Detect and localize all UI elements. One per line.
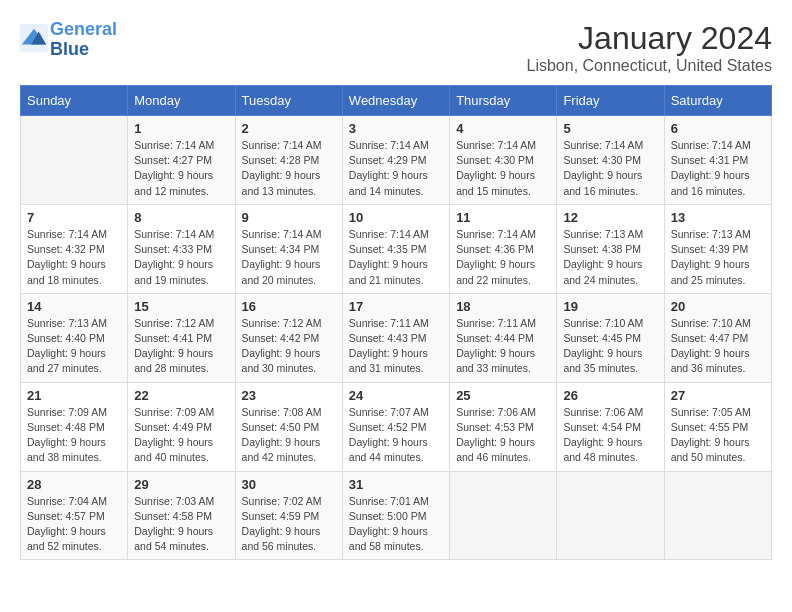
daylight-label: Daylight: 9 hours: [27, 258, 106, 270]
day-number: 23: [242, 388, 336, 403]
day-number: 15: [134, 299, 228, 314]
day-number: 30: [242, 477, 336, 492]
day-info: Sunrise: 7:14 AM Sunset: 4:35 PM Dayligh…: [349, 227, 443, 288]
sunrise-label: Sunrise: 7:12 AM: [242, 317, 322, 329]
daylight-label: Daylight: 9 hours: [134, 436, 213, 448]
day-info: Sunrise: 7:13 AM Sunset: 4:40 PM Dayligh…: [27, 316, 121, 377]
day-info: Sunrise: 7:07 AM Sunset: 4:52 PM Dayligh…: [349, 405, 443, 466]
day-info: Sunrise: 7:14 AM Sunset: 4:34 PM Dayligh…: [242, 227, 336, 288]
calendar-cell: 19 Sunrise: 7:10 AM Sunset: 4:45 PM Dayl…: [557, 293, 664, 382]
day-info: Sunrise: 7:14 AM Sunset: 4:27 PM Dayligh…: [134, 138, 228, 199]
day-info: Sunrise: 7:14 AM Sunset: 4:28 PM Dayligh…: [242, 138, 336, 199]
calendar-cell: 1 Sunrise: 7:14 AM Sunset: 4:27 PM Dayli…: [128, 116, 235, 205]
sunrise-label: Sunrise: 7:10 AM: [671, 317, 751, 329]
calendar-cell: 8 Sunrise: 7:14 AM Sunset: 4:33 PM Dayli…: [128, 204, 235, 293]
day-info: Sunrise: 7:14 AM Sunset: 4:36 PM Dayligh…: [456, 227, 550, 288]
sunset-label: Sunset: 4:27 PM: [134, 154, 212, 166]
calendar-cell: 14 Sunrise: 7:13 AM Sunset: 4:40 PM Dayl…: [21, 293, 128, 382]
sunrise-label: Sunrise: 7:14 AM: [134, 139, 214, 151]
sunset-label: Sunset: 4:32 PM: [27, 243, 105, 255]
daylight-minutes: and 16 minutes.: [563, 185, 638, 197]
sunrise-label: Sunrise: 7:11 AM: [456, 317, 536, 329]
calendar-cell: 26 Sunrise: 7:06 AM Sunset: 4:54 PM Dayl…: [557, 382, 664, 471]
calendar-cell: 17 Sunrise: 7:11 AM Sunset: 4:43 PM Dayl…: [342, 293, 449, 382]
calendar-cell: 7 Sunrise: 7:14 AM Sunset: 4:32 PM Dayli…: [21, 204, 128, 293]
daylight-label: Daylight: 9 hours: [27, 436, 106, 448]
daylight-minutes: and 42 minutes.: [242, 451, 317, 463]
week-row-5: 28 Sunrise: 7:04 AM Sunset: 4:57 PM Dayl…: [21, 471, 772, 560]
daylight-minutes: and 48 minutes.: [563, 451, 638, 463]
calendar-cell: [450, 471, 557, 560]
sunset-label: Sunset: 4:35 PM: [349, 243, 427, 255]
daylight-minutes: and 24 minutes.: [563, 274, 638, 286]
day-info: Sunrise: 7:14 AM Sunset: 4:33 PM Dayligh…: [134, 227, 228, 288]
calendar-cell: 27 Sunrise: 7:05 AM Sunset: 4:55 PM Dayl…: [664, 382, 771, 471]
day-number: 12: [563, 210, 657, 225]
day-info: Sunrise: 7:06 AM Sunset: 4:53 PM Dayligh…: [456, 405, 550, 466]
daylight-minutes: and 58 minutes.: [349, 540, 424, 552]
calendar-cell: 28 Sunrise: 7:04 AM Sunset: 4:57 PM Dayl…: [21, 471, 128, 560]
daylight-label: Daylight: 9 hours: [671, 347, 750, 359]
daylight-minutes: and 46 minutes.: [456, 451, 531, 463]
daylight-label: Daylight: 9 hours: [134, 347, 213, 359]
daylight-minutes: and 14 minutes.: [349, 185, 424, 197]
day-number: 26: [563, 388, 657, 403]
sunrise-label: Sunrise: 7:14 AM: [671, 139, 751, 151]
daylight-label: Daylight: 9 hours: [671, 436, 750, 448]
day-info: Sunrise: 7:03 AM Sunset: 4:58 PM Dayligh…: [134, 494, 228, 555]
sunrise-label: Sunrise: 7:13 AM: [563, 228, 643, 240]
calendar-cell: 6 Sunrise: 7:14 AM Sunset: 4:31 PM Dayli…: [664, 116, 771, 205]
day-info: Sunrise: 7:08 AM Sunset: 4:50 PM Dayligh…: [242, 405, 336, 466]
day-number: 28: [27, 477, 121, 492]
sunrise-label: Sunrise: 7:14 AM: [456, 139, 536, 151]
sunset-label: Sunset: 5:00 PM: [349, 510, 427, 522]
calendar-cell: 15 Sunrise: 7:12 AM Sunset: 4:41 PM Dayl…: [128, 293, 235, 382]
sunset-label: Sunset: 4:44 PM: [456, 332, 534, 344]
daylight-label: Daylight: 9 hours: [563, 436, 642, 448]
daylight-minutes: and 54 minutes.: [134, 540, 209, 552]
day-number: 11: [456, 210, 550, 225]
sunrise-label: Sunrise: 7:06 AM: [563, 406, 643, 418]
daylight-label: Daylight: 9 hours: [563, 258, 642, 270]
day-number: 22: [134, 388, 228, 403]
calendar-cell: 30 Sunrise: 7:02 AM Sunset: 4:59 PM Dayl…: [235, 471, 342, 560]
logo-icon: [20, 24, 48, 52]
sunrise-label: Sunrise: 7:14 AM: [242, 228, 322, 240]
daylight-label: Daylight: 9 hours: [349, 525, 428, 537]
sunrise-label: Sunrise: 7:13 AM: [27, 317, 107, 329]
daylight-label: Daylight: 9 hours: [27, 525, 106, 537]
sunrise-label: Sunrise: 7:07 AM: [349, 406, 429, 418]
daylight-label: Daylight: 9 hours: [134, 525, 213, 537]
sunrise-label: Sunrise: 7:12 AM: [134, 317, 214, 329]
day-info: Sunrise: 7:11 AM Sunset: 4:43 PM Dayligh…: [349, 316, 443, 377]
day-header-monday: Monday: [128, 86, 235, 116]
daylight-minutes: and 25 minutes.: [671, 274, 746, 286]
day-number: 9: [242, 210, 336, 225]
sunset-label: Sunset: 4:52 PM: [349, 421, 427, 433]
daylight-label: Daylight: 9 hours: [349, 258, 428, 270]
day-info: Sunrise: 7:09 AM Sunset: 4:49 PM Dayligh…: [134, 405, 228, 466]
day-info: Sunrise: 7:11 AM Sunset: 4:44 PM Dayligh…: [456, 316, 550, 377]
sunset-label: Sunset: 4:30 PM: [563, 154, 641, 166]
daylight-minutes: and 18 minutes.: [27, 274, 102, 286]
day-info: Sunrise: 7:04 AM Sunset: 4:57 PM Dayligh…: [27, 494, 121, 555]
calendar-cell: [664, 471, 771, 560]
daylight-minutes: and 28 minutes.: [134, 362, 209, 374]
sunset-label: Sunset: 4:29 PM: [349, 154, 427, 166]
sunrise-label: Sunrise: 7:10 AM: [563, 317, 643, 329]
calendar-cell: 25 Sunrise: 7:06 AM Sunset: 4:53 PM Dayl…: [450, 382, 557, 471]
day-number: 31: [349, 477, 443, 492]
calendar-cell: 5 Sunrise: 7:14 AM Sunset: 4:30 PM Dayli…: [557, 116, 664, 205]
sunrise-label: Sunrise: 7:08 AM: [242, 406, 322, 418]
day-info: Sunrise: 7:12 AM Sunset: 4:41 PM Dayligh…: [134, 316, 228, 377]
day-number: 3: [349, 121, 443, 136]
day-info: Sunrise: 7:02 AM Sunset: 4:59 PM Dayligh…: [242, 494, 336, 555]
day-info: Sunrise: 7:06 AM Sunset: 4:54 PM Dayligh…: [563, 405, 657, 466]
day-number: 14: [27, 299, 121, 314]
sunrise-label: Sunrise: 7:03 AM: [134, 495, 214, 507]
daylight-minutes: and 50 minutes.: [671, 451, 746, 463]
day-number: 13: [671, 210, 765, 225]
calendar-cell: [21, 116, 128, 205]
day-number: 19: [563, 299, 657, 314]
sunset-label: Sunset: 4:42 PM: [242, 332, 320, 344]
